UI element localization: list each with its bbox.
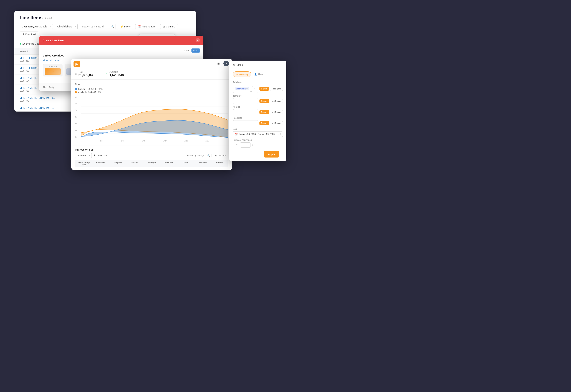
template-equals-button[interactable]: Equals [259, 99, 269, 103]
next30days-button[interactable]: 📅 Next 30 days [135, 24, 158, 29]
modal-close-button[interactable]: ✕ [195, 38, 200, 42]
adslot-not-equals-button[interactable]: Not Equals [270, 110, 283, 114]
tab-user-label: User [258, 73, 263, 76]
publisher-selector-wrap[interactable]: All Publishers [55, 24, 78, 29]
filters-button[interactable]: ⚡ Filters [118, 24, 133, 29]
available-label: Available [78, 91, 87, 94]
sort-icon[interactable]: ⇕ [27, 50, 29, 52]
svg-text:1/26: 1/26 [142, 140, 146, 142]
adslot-select-outer[interactable] [233, 109, 258, 115]
booked-label: Booked [78, 88, 86, 90]
forecast-input[interactable] [240, 142, 251, 148]
modal-header: Create Line Item ✕ [39, 36, 203, 45]
template-select[interactable] [233, 98, 258, 104]
svg-text:1/24: 1/24 [100, 140, 104, 142]
equals-icon: ≡ [75, 72, 76, 76]
columns-label: Columns [166, 25, 175, 28]
th-template: Template [109, 161, 126, 164]
available-value: 304,387 [88, 91, 96, 94]
user-avatar[interactable]: A [223, 61, 229, 66]
linked-creatives-title: Linked Creatives [43, 54, 200, 57]
creative-thumb-1[interactable]: 970 × 250 LI [43, 64, 62, 76]
impression-columns-button[interactable]: ⊞ Columns [213, 153, 228, 158]
th-date: Date [177, 161, 194, 164]
filter-panel: ✕ Close ✉ Inventory 👤 User Publisher Blo… [229, 61, 286, 161]
chart-legend: Booked 3,321,336 92% Available 304,387 8… [75, 88, 228, 94]
publisher-filter-row: Bloomberg ✕ Equals Not Equals [233, 85, 283, 93]
org-selector[interactable]: LiveIntentQATestMedia [20, 24, 53, 29]
available-color-swatch [75, 91, 77, 93]
tab-user[interactable]: 👤 User [251, 71, 266, 77]
filter-icon: ⚡ [120, 25, 123, 28]
publisher-selector[interactable]: All Publishers [55, 24, 78, 29]
forecast-label: Forecast Adjustment [233, 139, 283, 141]
chart-title: Chart [75, 83, 228, 86]
adslot-equals-button[interactable]: Equals [259, 110, 269, 114]
legend-available: Available 304,387 8% [75, 91, 228, 94]
inventory-select-wrap[interactable]: Inventory [75, 153, 92, 158]
app-logo: ▶ [74, 61, 80, 67]
impression-download-button[interactable]: ⬇ Download [93, 154, 107, 157]
publisher-select[interactable] [250, 86, 253, 92]
packages-select[interactable] [233, 120, 258, 126]
th-ad-slot: Ad slot [126, 161, 143, 164]
columns-button[interactable]: ⊞ Columns [160, 24, 178, 29]
adslot-select[interactable] [233, 109, 258, 115]
close-panel-header: ✕ Close [229, 61, 286, 69]
apply-button[interactable]: Apply [264, 151, 279, 157]
available-pct: 8% [98, 91, 101, 94]
filters-label: Filters [124, 25, 130, 28]
date-range-input[interactable]: 📅 January 23, 2023 – January 29, 2023 ⓘ [233, 131, 283, 137]
packages-filter-label: Packages [233, 117, 283, 119]
impression-search-wrap[interactable]: 🔍 [185, 153, 211, 158]
download-icon: ⬇ [93, 154, 95, 157]
forecast-adjustment: Forecast Adjustment % ⓘ [233, 139, 283, 148]
th-available: Available [194, 161, 211, 164]
tab-inventory[interactable]: ✉ Inventory [233, 71, 251, 77]
download-button[interactable]: ⬇ Download [20, 31, 38, 37]
publisher-filter-label: Publisher [233, 81, 283, 84]
columns-icon: ⊞ [215, 154, 217, 157]
forecast-window: ⊞ A ▶ ≡ Total 21,839,838 ✓ Available 1,6… [71, 59, 232, 170]
filter-template: Template Equals Not Equals [233, 95, 283, 104]
search-wrap[interactable] [80, 24, 115, 29]
template-not-equals-button[interactable]: Not Equals [270, 99, 283, 103]
packages-equals-button[interactable]: Equals [259, 121, 269, 125]
filter-date: Date 📅 January 23, 2023 – January 29, 20… [233, 128, 283, 137]
th-publisher: Publisher [92, 161, 109, 164]
percent-icon: % [236, 144, 239, 146]
search-icon: 🔍 [207, 154, 210, 157]
org-selector-wrap[interactable]: LiveIntentQATestMedia [20, 24, 53, 29]
chip-remove-icon[interactable]: ✕ [246, 88, 248, 90]
adslot-filter-row: Equals Not Equals [233, 109, 283, 115]
publisher-not-equals-button[interactable]: Not Equals [270, 87, 283, 91]
modal-title: Create Line Item [43, 39, 64, 42]
add-creative-button[interactable]: ADD [192, 48, 200, 53]
packages-select-outer[interactable] [233, 120, 258, 126]
filter-packages: Packages Equals Not Equals [233, 117, 283, 126]
third-party-label: Third Party [43, 86, 54, 89]
close-icon[interactable]: ✕ [233, 63, 235, 66]
bloomberg-chip: Bloomberg ✕ [235, 87, 249, 90]
good-icon: ● [20, 42, 21, 45]
grid-icon[interactable]: ⊞ [216, 61, 221, 66]
impression-toolbar: Inventory ⬇ Download 🔍 ⊞ Columns [75, 153, 228, 158]
good-count: 17 [22, 42, 25, 45]
th-booked: Booked [211, 161, 228, 164]
template-select-outer[interactable] [233, 98, 258, 104]
cell-name: VIPER_XML_HC_BRAN_IMP_1... 10067773 [20, 97, 70, 102]
status-good: ● 17 Looking Good [20, 42, 41, 46]
calendar-icon: 📅 [235, 133, 238, 136]
publisher-select-wrap[interactable] [250, 86, 256, 92]
close-label: Close [236, 63, 243, 66]
search-input[interactable] [80, 24, 115, 29]
publisher-equals-button[interactable]: Equals [259, 87, 269, 91]
inventory-select[interactable]: Inventory [75, 153, 92, 158]
adslot-filter-label: Ad Slot [233, 106, 283, 108]
filter-publisher: Publisher Bloomberg ✕ Equals Not Equals [233, 81, 283, 93]
date-filter-label: Date [233, 128, 283, 130]
chart-y-axis: 8M 6M 5M 4M 3M 2M 1M [75, 96, 77, 142]
tab-inventory-label: Inventory [239, 73, 248, 76]
packages-not-equals-button[interactable]: Not Equals [270, 121, 283, 125]
chart-svg: 1/23 1/24 1/25 1/26 1/27 1/28 1/29 [81, 96, 228, 142]
